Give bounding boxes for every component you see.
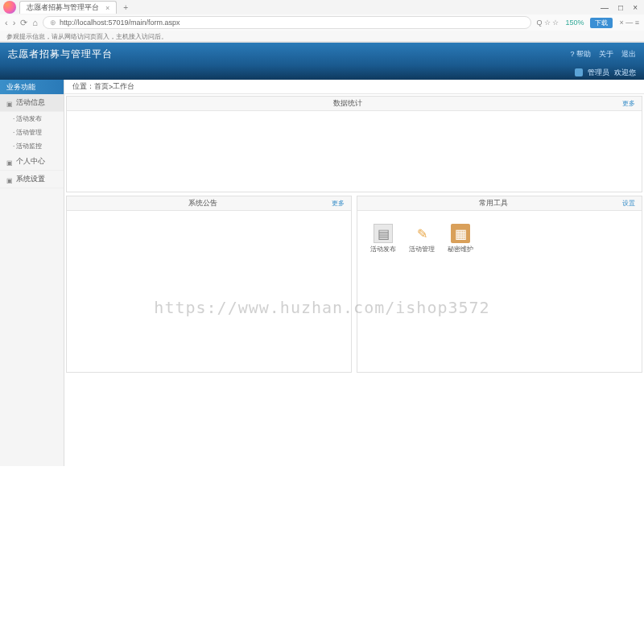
tools-title: 常用工具 xyxy=(364,198,622,208)
browser-menu-icons[interactable]: × — ≡ xyxy=(619,19,639,27)
lower-panels: 系统公告 更多 常用工具 设置 ▤ 活动发布 xyxy=(64,194,644,374)
expand-icon xyxy=(6,100,13,106)
tool-label: 活动发布 xyxy=(370,245,396,254)
sidebar-item-activity[interactable]: 活动信息 xyxy=(0,94,64,112)
main-layout: 业务功能 活动信息 · 活动发布 · 活动管理 · 活动监控 个人中心 系统设置… xyxy=(0,80,644,466)
stats-title: 数据统计 xyxy=(73,98,622,109)
bookmark-bar: 参观提示信息，请从网络访问页面入，主机接入访问后。 xyxy=(0,31,644,42)
sidebar: 业务功能 活动信息 · 活动发布 · 活动管理 · 活动监控 个人中心 系统设置 xyxy=(0,80,64,466)
sidebar-item-personal[interactable]: 个人中心 xyxy=(0,153,64,171)
tool-label: 活动管理 xyxy=(409,245,435,254)
pencil-icon: ✎ xyxy=(412,224,431,243)
breadcrumb: 位置： 首页 > 工作台 xyxy=(64,80,644,94)
welcome-text: 欢迎您 xyxy=(614,68,636,78)
breadcrumb-current: 工作台 xyxy=(113,81,134,92)
expand-icon xyxy=(6,176,13,183)
tab-add-button[interactable]: + xyxy=(120,3,131,12)
document-icon: ▤ xyxy=(374,224,393,243)
help-link[interactable]: ? 帮助 xyxy=(570,49,591,60)
sidebar-sub-manage[interactable]: · 活动管理 xyxy=(0,126,64,139)
nav-row: ‹ › ⟳ ⌂ ⊕ http://localhost:57019/main/fo… xyxy=(0,14,644,31)
sidebar-item-label: 活动信息 xyxy=(16,97,45,108)
tool-maintain[interactable]: ▦ 秘密维护 xyxy=(448,224,473,254)
sidebar-item-system[interactable]: 系统设置 xyxy=(0,171,64,188)
search-star-icons[interactable]: Q ☆ ☆ xyxy=(536,19,559,27)
window-controls: — □ × xyxy=(601,3,644,12)
tab-close-icon[interactable]: × xyxy=(105,4,109,12)
bookmark-hint: 参观提示信息，请从网络访问页面入，主机接入访问后。 xyxy=(6,33,167,40)
announce-panel: 系统公告 更多 xyxy=(66,196,352,373)
announce-title: 系统公告 xyxy=(73,198,332,208)
user-bar: 管理员 欢迎您 xyxy=(0,65,644,80)
stats-panel-header: 数据统计 更多 xyxy=(67,97,642,111)
content-area: 位置： 首页 > 工作台 数据统计 更多 系统公告 更多 xyxy=(64,80,644,466)
lock-icon: ⊕ xyxy=(50,19,56,27)
user-icon xyxy=(575,68,583,76)
browser-logo-icon xyxy=(3,1,16,14)
stats-panel: 数据统计 更多 xyxy=(66,96,642,192)
nav-right: Q ☆ ☆ 150% 下载 × — ≡ xyxy=(536,18,639,28)
app-header: 志愿者招募与管理平台 ? 帮助 关于 退出 xyxy=(0,43,644,65)
announce-header: 系统公告 更多 xyxy=(67,196,351,211)
sidebar-item-label: 系统设置 xyxy=(16,174,45,184)
tools-settings-link[interactable]: 设置 xyxy=(622,199,635,208)
sidebar-item-label: 个人中心 xyxy=(16,156,45,167)
tabs-row: 志愿者招募与管理平台 × + — □ × xyxy=(0,0,644,14)
folder-icon: ▦ xyxy=(451,224,470,243)
tool-label: 秘密维护 xyxy=(448,245,473,254)
stats-more-link[interactable]: 更多 xyxy=(622,99,635,108)
tab-title: 志愿者招募与管理平台 xyxy=(27,2,99,13)
logout-link[interactable]: 退出 xyxy=(621,49,636,60)
window-min-button[interactable]: — xyxy=(601,3,609,12)
tool-publish[interactable]: ▤ 活动发布 xyxy=(370,224,396,254)
app-title: 志愿者招募与管理平台 xyxy=(8,47,113,61)
header-right: ? 帮助 关于 退出 xyxy=(570,49,636,60)
tools-body: ▤ 活动发布 ✎ 活动管理 ▦ 秘密维护 xyxy=(357,211,642,372)
nav-back-button[interactable]: ‹ xyxy=(5,18,8,27)
tools-panel: 常用工具 设置 ▤ 活动发布 ✎ 活动管理 xyxy=(357,196,642,373)
sidebar-sub-monitor[interactable]: · 活动监控 xyxy=(0,139,64,153)
about-link[interactable]: 关于 xyxy=(599,49,613,60)
tool-manage[interactable]: ✎ 活动管理 xyxy=(409,224,435,254)
nav-reload-button[interactable]: ⟳ xyxy=(20,18,27,28)
user-label: 管理员 xyxy=(588,68,609,78)
stats-body xyxy=(67,111,642,192)
nav-home-button[interactable]: ⌂ xyxy=(32,18,38,27)
browser-tab[interactable]: 志愿者招募与管理平台 × xyxy=(19,1,117,14)
extension-badge[interactable]: 下载 xyxy=(590,18,613,28)
announce-more-link[interactable]: 更多 xyxy=(332,199,345,208)
expand-icon xyxy=(6,159,13,165)
window-max-button[interactable]: □ xyxy=(618,3,623,12)
nav-forward-button[interactable]: › xyxy=(13,18,16,27)
sidebar-header: 业务功能 xyxy=(0,80,64,94)
url-text: http://localhost:57019/main/form.aspx xyxy=(60,19,180,27)
breadcrumb-label: 位置： xyxy=(72,81,94,92)
window-close-button[interactable]: × xyxy=(633,3,638,12)
announce-body xyxy=(67,211,351,372)
address-bar[interactable]: ⊕ http://localhost:57019/main/form.aspx xyxy=(43,16,531,29)
browser-chrome: 志愿者招募与管理平台 × + — □ × ‹ › ⟳ ⌂ ⊕ http://lo… xyxy=(0,0,644,43)
tools-header: 常用工具 设置 xyxy=(357,196,642,211)
sidebar-sub-publish[interactable]: · 活动发布 xyxy=(0,112,64,126)
zoom-level[interactable]: 150% xyxy=(565,19,584,27)
breadcrumb-home[interactable]: 首页 xyxy=(94,81,109,92)
tool-grid: ▤ 活动发布 ✎ 活动管理 ▦ 秘密维护 xyxy=(364,217,635,260)
